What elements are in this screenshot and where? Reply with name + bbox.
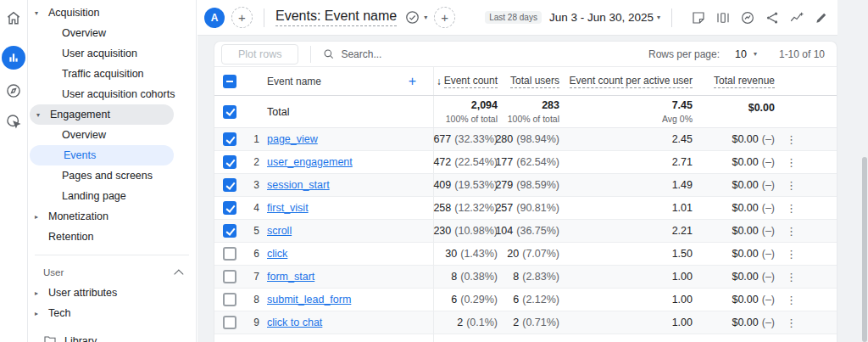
insights-time-icon[interactable] xyxy=(738,8,757,27)
sidebar-item-events[interactable]: Events xyxy=(30,145,174,165)
sidebar-section-user[interactable]: User xyxy=(28,262,196,283)
event-name-link[interactable]: session_start xyxy=(267,179,330,191)
row-checkbox[interactable] xyxy=(223,247,236,261)
event-name-link[interactable]: scroll xyxy=(267,225,292,237)
column-header-event-count[interactable]: Event count xyxy=(444,75,498,88)
row-overflow-menu-icon[interactable]: ⋮ xyxy=(775,128,809,150)
column-header-total-revenue[interactable]: Total revenue xyxy=(714,75,775,88)
total-row-checkbox[interactable] xyxy=(223,105,236,119)
toolbar-divider xyxy=(310,46,311,63)
revenue-value: $0.00 xyxy=(732,248,758,260)
insights-sparkline-icon[interactable] xyxy=(787,8,806,27)
chevron-right-icon[interactable]: ▸ xyxy=(35,213,48,221)
sidebar-item-landing-page[interactable]: Landing page xyxy=(28,186,196,206)
row-overflow-menu-icon[interactable]: ⋮ xyxy=(775,151,809,173)
sidebar-item-monetization[interactable]: ▸ Monetization xyxy=(28,206,196,227)
event-count-value: 230 xyxy=(433,225,451,237)
row-overflow-menu-icon[interactable]: ⋮ xyxy=(775,266,809,288)
revenue-note: (–) xyxy=(762,156,775,168)
app-icon-rail xyxy=(0,0,28,342)
row-overflow-menu-icon[interactable]: ⋮ xyxy=(775,197,809,219)
event-count-value: 30 xyxy=(445,248,457,260)
per-active-user-value: 2.71 xyxy=(672,156,693,168)
comparison-avatar[interactable]: A xyxy=(204,8,225,28)
rows-per-page-select[interactable]: 10 xyxy=(735,48,747,60)
sidebar-item-library[interactable]: Library xyxy=(28,330,196,342)
row-overflow-menu-icon[interactable]: ⋮ xyxy=(775,311,809,334)
sidebar-item-retention[interactable]: Retention xyxy=(28,227,196,247)
sidebar-item-acquisition-overview[interactable]: Overview xyxy=(28,23,196,43)
explore-icon[interactable] xyxy=(4,81,23,100)
date-range-selector[interactable]: Jun 3 - Jun 30, 2025 xyxy=(549,11,654,24)
chevron-down-icon[interactable]: ▾ xyxy=(35,9,48,17)
event-name-link[interactable]: first_visit xyxy=(267,202,309,214)
check-circle-icon[interactable] xyxy=(404,9,420,25)
add-comparison-button[interactable]: + xyxy=(231,7,253,28)
vertical-scrollbar[interactable] xyxy=(862,157,867,342)
event-name-link[interactable]: click to chat xyxy=(267,317,322,328)
page-title[interactable]: Events: Event name xyxy=(275,8,397,26)
chevron-right-icon[interactable]: ▸ xyxy=(35,310,48,317)
home-icon[interactable] xyxy=(4,8,23,27)
total-users-value: 104 xyxy=(495,225,513,237)
per-active-user-value: 1.50 xyxy=(672,248,693,260)
row-checkbox[interactable] xyxy=(223,270,236,283)
date-dropdown-caret-icon[interactable]: ▾ xyxy=(657,14,660,21)
column-header-event-name[interactable]: Event name xyxy=(267,76,321,87)
reports-icon[interactable] xyxy=(2,46,25,70)
event-count-value: 472 xyxy=(433,156,451,168)
add-metric-button[interactable]: + xyxy=(434,7,455,28)
column-header-total-users[interactable]: Total users xyxy=(510,75,559,88)
rows-per-page-label: Rows per page: xyxy=(648,48,720,60)
title-dropdown-caret-icon[interactable]: ▾ xyxy=(424,14,427,21)
row-overflow-menu-icon[interactable]: ⋮ xyxy=(775,289,809,311)
row-checkbox[interactable] xyxy=(223,316,236,329)
event-count-pct: (0.29%) xyxy=(460,294,498,306)
column-header-per-active-user[interactable]: Event count per active user xyxy=(570,75,693,88)
event-name-link[interactable]: form_start xyxy=(267,271,314,283)
event-name-link[interactable]: submit_lead_form xyxy=(267,294,351,306)
total-users-pct: (2.83%) xyxy=(522,271,559,283)
edit-pencil-icon[interactable] xyxy=(812,8,831,27)
total-users-pct: (0.71%) xyxy=(522,317,559,328)
note-icon[interactable] xyxy=(689,8,708,27)
row-checkbox[interactable] xyxy=(223,155,236,169)
rows-per-page-caret-icon[interactable]: ▾ xyxy=(754,50,757,58)
sidebar-item-pages-and-screens[interactable]: Pages and screens xyxy=(28,165,196,186)
sidebar-item-user-acquisition-cohorts[interactable]: User acquisition cohorts xyxy=(28,84,196,104)
sidebar-item-engagement[interactable]: ▾ Engagement xyxy=(30,104,174,125)
plot-rows-button[interactable]: Plot rows xyxy=(221,44,298,64)
comparison-icon[interactable] xyxy=(714,8,732,27)
select-all-checkbox[interactable] xyxy=(223,75,236,88)
event-name-link[interactable]: click xyxy=(267,248,287,260)
event-name-link[interactable]: user_engagement xyxy=(267,156,353,168)
search-input[interactable] xyxy=(341,48,510,60)
sort-desc-icon[interactable]: ↓ xyxy=(437,76,442,87)
event-name-link[interactable]: page_view xyxy=(267,133,318,145)
sidebar-item-acquisition[interactable]: ▾ Acquisition xyxy=(28,3,196,23)
row-checkbox[interactable] xyxy=(223,224,236,238)
sidebar-item-label: User acquisition cohorts xyxy=(62,88,175,100)
sidebar-item-traffic-acquisition[interactable]: Traffic acquisition xyxy=(28,64,196,84)
sidebar-item-engagement-overview[interactable]: Overview xyxy=(28,125,196,145)
sidebar-item-user-attributes[interactable]: ▸ User attributes xyxy=(28,283,196,303)
revenue-value: $0.00 xyxy=(732,202,758,214)
share-icon[interactable] xyxy=(763,8,782,27)
sidebar-item-user-acquisition[interactable]: User acquisition xyxy=(28,43,196,64)
row-overflow-menu-icon[interactable]: ⋮ xyxy=(775,220,809,242)
row-checkbox[interactable] xyxy=(223,201,236,215)
sidebar-item-tech[interactable]: ▸ Tech xyxy=(28,303,196,323)
row-number: 9 xyxy=(245,311,267,334)
chevron-down-icon[interactable]: ▾ xyxy=(36,111,50,119)
total-users-pct: (7.07%) xyxy=(522,248,559,260)
row-checkbox[interactable] xyxy=(223,132,236,146)
row-checkbox[interactable] xyxy=(223,178,236,192)
row-checkbox[interactable] xyxy=(223,293,236,306)
chevron-right-icon[interactable]: ▸ xyxy=(35,289,48,297)
chevron-up-icon[interactable] xyxy=(174,269,183,278)
add-dimension-button[interactable]: + xyxy=(409,74,416,89)
row-number: 2 xyxy=(245,151,267,173)
advertising-icon[interactable] xyxy=(4,112,23,131)
row-overflow-menu-icon[interactable]: ⋮ xyxy=(775,243,809,265)
row-overflow-menu-icon[interactable]: ⋮ xyxy=(775,174,809,196)
